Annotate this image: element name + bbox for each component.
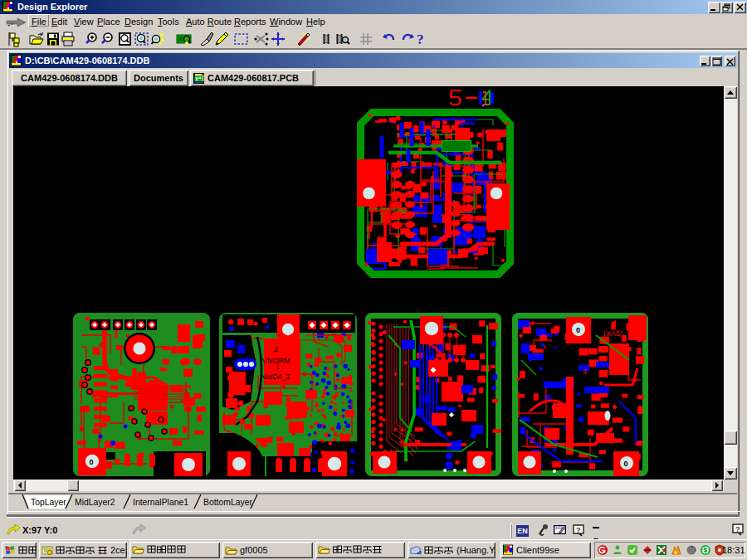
svg-text:?: ? [417, 32, 424, 47]
svg-text:?: ? [576, 526, 581, 534]
svg-text:?: ? [735, 525, 740, 533]
svg-text:NetD4_2: NetD4_2 [261, 373, 290, 381]
svg-text:(XA5): (XA5) [603, 329, 622, 338]
svg-text:BottomLayer: BottomLayer [203, 498, 252, 507]
svg-text:MidLayer2: MidLayer2 [75, 498, 115, 507]
svg-text:0: 0 [576, 326, 580, 334]
svg-text:InternalPlane1: InternalPlane1 [133, 498, 188, 507]
svg-text:0: 0 [90, 458, 94, 466]
svg-text:1: 1 [276, 363, 280, 371]
svg-text:4: 4 [583, 368, 587, 376]
svg-text:4: 4 [612, 319, 617, 329]
svg-text:TopLayer: TopLayer [31, 498, 66, 507]
svg-text:2: 2 [274, 345, 278, 353]
svg-text:0: 0 [624, 460, 628, 468]
